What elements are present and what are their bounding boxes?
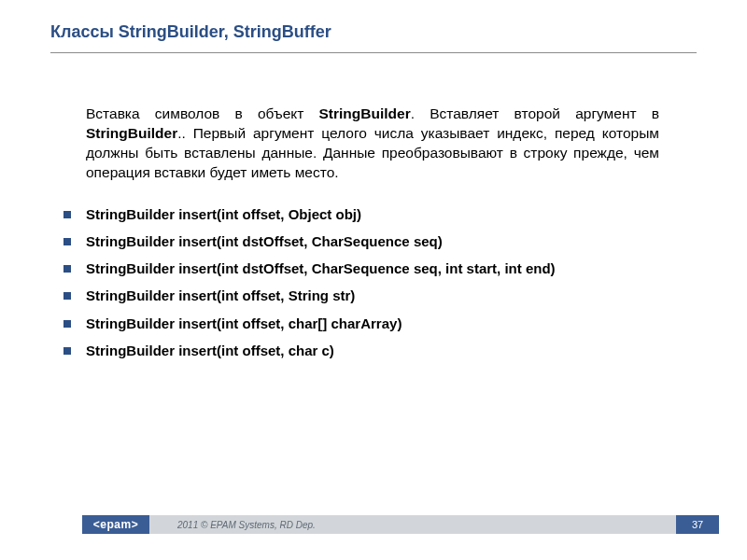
bullet-icon [63,265,71,273]
method-text: StringBuilder insert(int offset, Object … [86,206,361,222]
method-text: StringBuilder insert(int offset, char c) [86,343,334,358]
para-bold1: StringBuilder [319,105,411,121]
page-number: 37 [676,515,719,534]
bullet-icon [63,292,71,300]
bullet-icon [63,211,71,218]
list-item: StringBuilder insert(int offset, char[] … [86,315,659,333]
bullet-icon [63,347,71,355]
method-text: StringBuilder insert(int offset, char[] … [86,315,402,331]
bullet-icon [63,238,71,245]
bullet-icon [63,320,71,328]
intro-paragraph: Вставка символов в объект StringBuilder.… [86,105,659,183]
footer-copyright: 2011 © EPAM Systems, RD Dep. [149,515,676,534]
list-item: StringBuilder insert(int offset, char c) [86,342,659,360]
method-text: StringBuilder insert(int dstOffset, Char… [86,260,556,276]
list-item: StringBuilder insert(int dstOffset, Char… [86,259,659,278]
slide: Классы StringBuilder, StringBuffer Встав… [0,0,747,560]
slide-title: Классы StringBuilder, StringBuffer [50,22,331,42]
list-item: StringBuilder insert(int offset, Object … [86,205,659,224]
list-item: StringBuilder insert(int offset, String … [86,287,659,305]
slide-body: Вставка символов в объект StringBuilder.… [86,105,659,369]
title-rule [50,52,697,53]
method-text: StringBuilder insert(int dstOffset, Char… [86,233,443,249]
footer-bar: <epam> 2011 © EPAM Systems, RD Dep. 37 [50,515,719,534]
footer-spacer [50,515,82,534]
para-bold2: StringBuilder [86,125,177,141]
para-seg2: . Вставляет второй аргумент в [411,105,659,121]
epam-logo: <epam> [82,515,149,534]
para-seg1: Вставка символов в объект [86,105,319,121]
list-item: StringBuilder insert(int dstOffset, Char… [86,232,659,251]
method-list: StringBuilder insert(int offset, Object … [86,205,659,361]
method-text: StringBuilder insert(int offset, String … [86,287,355,303]
